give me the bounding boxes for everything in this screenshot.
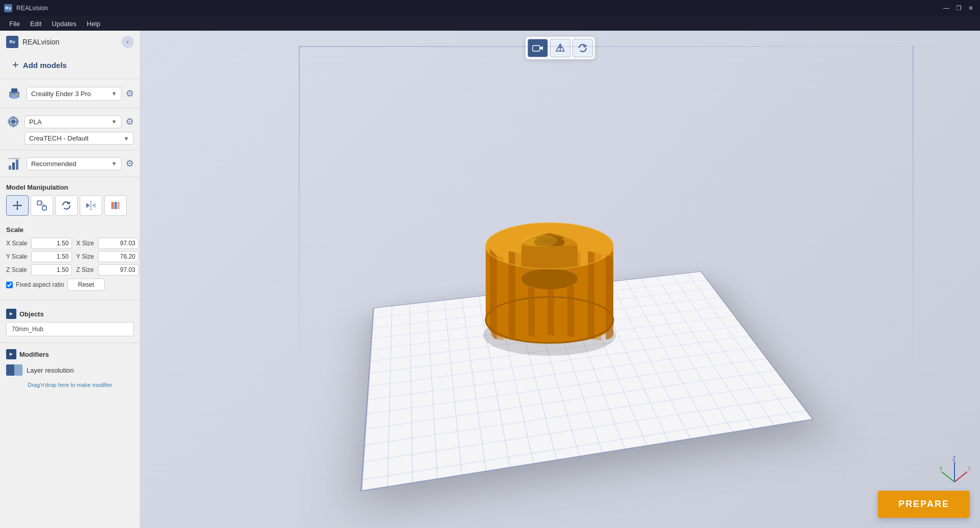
svg-line-50 bbox=[942, 472, 954, 482]
svg-marker-16 bbox=[16, 201, 18, 203]
minimize-button[interactable]: — bbox=[941, 3, 951, 13]
divider-3 bbox=[0, 150, 140, 150]
printer-settings-icon[interactable]: ⚙ bbox=[126, 88, 134, 99]
material-type-label: PLA bbox=[29, 118, 42, 126]
object-list-item[interactable]: 70mm_Hub bbox=[6, 322, 134, 336]
maximize-button[interactable]: ❐ bbox=[953, 3, 964, 13]
x-scale-input[interactable] bbox=[31, 238, 72, 249]
close-button[interactable]: ✕ bbox=[966, 3, 976, 13]
modifiers-header[interactable]: Modifiers bbox=[6, 349, 134, 359]
x-scale-label: X Scale bbox=[6, 240, 27, 247]
menu-edit[interactable]: Edit bbox=[25, 18, 46, 30]
title-bar-label: REALvision bbox=[16, 5, 48, 12]
printer-label: Creality Ender 3 Pro bbox=[31, 90, 91, 98]
3d-model[interactable] bbox=[442, 162, 657, 376]
y-scale-input[interactable] bbox=[31, 251, 72, 262]
svg-rect-2 bbox=[11, 95, 17, 99]
manipulation-title: Model Manipulation bbox=[6, 183, 134, 191]
z-size-label: Z Size bbox=[76, 266, 94, 273]
axis-indicator: X Y Z bbox=[939, 456, 970, 487]
reset-button[interactable]: Reset bbox=[67, 279, 105, 291]
svg-point-45 bbox=[521, 235, 557, 247]
sidebar: Rv REALvision ‹ + Add models Cr bbox=[0, 31, 140, 528]
objects-section: Objects 70mm_Hub bbox=[0, 305, 140, 340]
printer-icon bbox=[6, 85, 22, 102]
title-bar: Rv REALvision — ❐ ✕ bbox=[0, 0, 980, 16]
svg-text:Z: Z bbox=[952, 456, 955, 462]
modifier-label: Layer resolution bbox=[27, 366, 74, 374]
quality-icon bbox=[6, 155, 22, 172]
prepare-button[interactable]: PREPARE bbox=[878, 491, 970, 518]
menu-help[interactable]: Help bbox=[82, 18, 106, 30]
model-manipulation-section: Model Manipulation bbox=[0, 179, 140, 226]
object-item-label: 70mm_Hub bbox=[12, 326, 43, 333]
divider-1 bbox=[0, 79, 140, 79]
printer-dropdown[interactable]: Creality Ender 3 Pro ▼ bbox=[27, 87, 122, 101]
brand: Rv REALvision bbox=[6, 36, 59, 48]
x-size-label: X Size bbox=[76, 240, 94, 247]
scale-title: Scale bbox=[6, 226, 134, 234]
y-size-input[interactable] bbox=[98, 251, 139, 262]
quality-label: Recommended bbox=[31, 160, 76, 168]
svg-marker-32 bbox=[10, 353, 13, 356]
divider-5 bbox=[0, 300, 140, 301]
layer-resolution-icon bbox=[6, 364, 22, 376]
material-dropdown-row: PLA ▼ ⚙ bbox=[25, 116, 134, 128]
manipulation-tools bbox=[6, 195, 134, 216]
material-type-dropdown[interactable]: PLA ▼ bbox=[25, 116, 122, 128]
collapse-sidebar-button[interactable]: ‹ bbox=[122, 36, 134, 48]
svg-text:X: X bbox=[968, 466, 970, 472]
z-size-input[interactable] bbox=[98, 264, 139, 276]
modifiers-collapse-icon bbox=[6, 349, 16, 359]
printer-chevron-icon: ▼ bbox=[111, 90, 117, 97]
divider-4 bbox=[0, 177, 140, 177]
z-scale-label: Z Scale bbox=[6, 266, 27, 273]
modifiers-section: Modifiers Layer resolution Drag'n'drop h… bbox=[0, 345, 140, 394]
x-size-input[interactable] bbox=[98, 238, 139, 249]
rotate-tool-button[interactable] bbox=[55, 195, 78, 216]
title-bar-left: Rv REALvision bbox=[4, 4, 48, 12]
svg-text:Y: Y bbox=[939, 466, 943, 472]
scale-grid: X Scale X Size Y Scale Y Size Z Scale Z … bbox=[6, 238, 134, 276]
menu-bar: File Edit Updates Help bbox=[0, 16, 980, 31]
objects-header[interactable]: Objects bbox=[6, 309, 134, 319]
svg-marker-27 bbox=[92, 203, 95, 208]
mirror-tool-button[interactable] bbox=[80, 195, 102, 216]
main-layout: Rv REALvision ‹ + Add models Cr bbox=[0, 31, 980, 528]
svg-line-24 bbox=[41, 203, 44, 206]
quality-settings-icon[interactable]: ⚙ bbox=[126, 158, 134, 169]
material-chevron-icon: ▼ bbox=[111, 119, 117, 125]
slice-tool-button[interactable] bbox=[104, 195, 127, 216]
objects-collapse-icon bbox=[6, 309, 16, 319]
svg-rect-1 bbox=[11, 88, 17, 93]
title-bar-controls: — ❐ ✕ bbox=[941, 3, 976, 13]
divider-2 bbox=[0, 108, 140, 108]
quality-dropdown[interactable]: Recommended ▼ bbox=[27, 157, 122, 170]
svg-rect-28 bbox=[111, 202, 114, 209]
fixed-ratio-checkbox[interactable] bbox=[6, 282, 13, 288]
material-profile-dropdown[interactable]: CreaTECH - Default ▼ bbox=[25, 132, 134, 145]
z-scale-input[interactable] bbox=[31, 264, 72, 276]
divider-6 bbox=[0, 342, 140, 343]
menu-updates[interactable]: Updates bbox=[46, 18, 81, 30]
svg-rect-20 bbox=[37, 201, 41, 205]
brand-label: REALvision bbox=[22, 38, 59, 46]
scale-tool-button[interactable] bbox=[31, 195, 53, 216]
modifier-item-layer[interactable]: Layer resolution bbox=[6, 362, 134, 378]
svg-rect-9 bbox=[9, 166, 11, 170]
sidebar-header: Rv REALvision ‹ bbox=[0, 31, 140, 53]
svg-marker-18 bbox=[13, 204, 15, 206]
fixed-ratio-label: Fixed aspect ratio bbox=[16, 281, 64, 288]
plus-icon: + bbox=[12, 59, 19, 71]
svg-rect-30 bbox=[117, 202, 119, 209]
add-models-label: Add models bbox=[23, 61, 67, 70]
svg-line-48 bbox=[954, 472, 967, 482]
menu-file[interactable]: File bbox=[4, 18, 25, 30]
profile-chevron-icon: ▼ bbox=[124, 135, 129, 142]
svg-marker-26 bbox=[86, 203, 90, 208]
material-settings-icon[interactable]: ⚙ bbox=[126, 116, 134, 127]
move-tool-button[interactable] bbox=[6, 195, 29, 216]
add-models-button[interactable]: + Add models bbox=[4, 55, 136, 75]
printer-section: Creality Ender 3 Pro ▼ ⚙ bbox=[0, 81, 140, 106]
drag-hint: Drag'n'drop here to make modifier bbox=[6, 378, 134, 390]
